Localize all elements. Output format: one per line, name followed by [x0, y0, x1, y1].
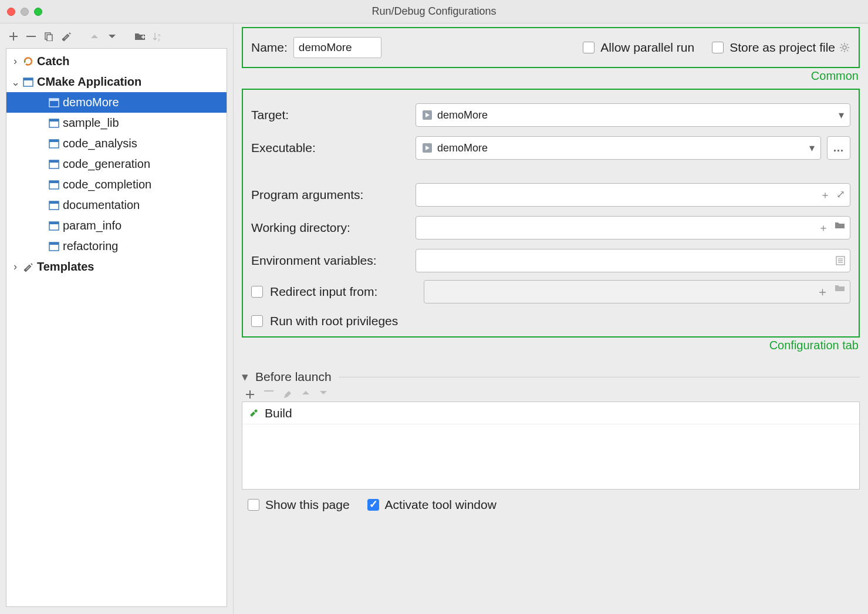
- config-tree[interactable]: › Catch ⌄ CMake Application demoMore sam…: [6, 48, 227, 607]
- before-launch-toolbar: [242, 387, 860, 402]
- expand-icon[interactable]: ⤢: [836, 188, 845, 202]
- browse-folder-icon: [835, 284, 845, 300]
- tree-label: sample_lib: [63, 116, 119, 130]
- run-target-icon: [422, 143, 433, 153]
- tree-item-param-info[interactable]: param_info: [6, 215, 227, 236]
- svg-rect-1: [47, 35, 52, 41]
- application-icon: [49, 221, 59, 231]
- show-page-checkbox[interactable]: [248, 499, 259, 511]
- tree-item-demoMore[interactable]: demoMore: [6, 92, 227, 113]
- svg-rect-6: [23, 78, 33, 80]
- move-down-button[interactable]: [106, 30, 119, 43]
- common-panel: Name: Allow parallel run Store as projec…: [242, 27, 860, 68]
- insert-macro-icon[interactable]: ＋: [820, 188, 830, 202]
- tree-item-documentation[interactable]: documentation: [6, 195, 227, 215]
- store-project-checkbox[interactable]: [712, 42, 724, 53]
- add-task-button[interactable]: [245, 390, 255, 399]
- redirect-checkbox[interactable]: [251, 286, 263, 298]
- run-target-icon: [422, 110, 433, 120]
- tree-label: documentation: [63, 198, 140, 212]
- allow-parallel-checkbox[interactable]: [583, 42, 595, 53]
- browse-folder-icon[interactable]: [835, 221, 845, 235]
- tree-item-code-completion[interactable]: code_completion: [6, 174, 227, 195]
- svg-text:z: z: [158, 37, 160, 42]
- target-label: Target:: [251, 108, 416, 122]
- move-up-button[interactable]: [88, 30, 101, 43]
- sort-button[interactable]: az: [151, 30, 164, 43]
- activate-tool-window-label: Activate tool window: [385, 498, 497, 512]
- allow-parallel-label: Allow parallel run: [600, 41, 694, 55]
- application-icon: [49, 180, 59, 190]
- args-label: Program arguments:: [251, 188, 416, 202]
- args-input[interactable]: ＋ ⤢: [416, 183, 850, 207]
- common-caption: Common: [242, 69, 859, 83]
- remove-task-button[interactable]: [264, 390, 273, 399]
- edit-task-button[interactable]: [283, 390, 292, 399]
- sidebar-toolbar: az: [6, 27, 227, 48]
- before-launch-item-build[interactable]: Build: [242, 402, 859, 424]
- svg-point-24: [843, 46, 846, 49]
- tree-label: param_info: [63, 219, 121, 232]
- svg-rect-16: [49, 181, 59, 183]
- move-up-button[interactable]: [302, 390, 310, 399]
- tree-item-code-generation[interactable]: code_generation: [6, 154, 227, 174]
- tree-node-cmake-app[interactable]: ⌄ CMake Application: [6, 72, 227, 92]
- list-icon[interactable]: [836, 256, 845, 265]
- edit-templates-button[interactable]: [60, 30, 73, 43]
- copy-config-button[interactable]: [42, 30, 55, 43]
- svg-rect-12: [49, 140, 59, 142]
- tree-label: code_completion: [63, 178, 151, 191]
- executable-combo[interactable]: demoMore ▾: [416, 136, 821, 160]
- tree-node-catch[interactable]: › Catch: [6, 51, 227, 72]
- svg-rect-18: [49, 201, 59, 204]
- executable-browse-button[interactable]: ...: [827, 136, 850, 160]
- svg-rect-10: [49, 119, 59, 122]
- folder-button[interactable]: [134, 30, 147, 43]
- window-title: Run/Debug Configurations: [0, 5, 868, 18]
- before-launch-header[interactable]: ▾ Before launch: [242, 370, 860, 384]
- application-icon: [23, 77, 33, 87]
- redirect-label: Redirect input from:: [270, 285, 423, 299]
- chevron-right-icon: ›: [11, 55, 19, 68]
- root-priv-checkbox[interactable]: [251, 315, 263, 327]
- env-input[interactable]: [416, 249, 850, 272]
- svg-rect-22: [49, 242, 59, 245]
- tree-label: code_generation: [63, 157, 150, 171]
- add-config-button[interactable]: [7, 30, 20, 43]
- before-launch-list[interactable]: Build: [242, 402, 860, 490]
- chevron-down-icon: ▾: [242, 370, 248, 384]
- tree-item-sample-lib[interactable]: sample_lib: [6, 113, 227, 133]
- svg-point-2: [62, 38, 65, 41]
- insert-macro-icon: ＋: [816, 284, 829, 300]
- config-form: Name: Allow parallel run Store as projec…: [234, 23, 868, 614]
- tree-label: code_analysis: [63, 137, 137, 150]
- tree-item-refactoring[interactable]: refactoring: [6, 236, 227, 257]
- chevron-down-icon: ▾: [839, 109, 844, 122]
- before-launch-item-label: Build: [265, 406, 292, 420]
- tree-label: Catch: [37, 55, 70, 68]
- env-label: Environment variables:: [251, 254, 416, 268]
- store-project-label: Store as project file: [729, 41, 835, 55]
- hammer-icon: [248, 408, 259, 419]
- before-launch-label: Before launch: [255, 370, 332, 384]
- chevron-down-icon: ▾: [809, 141, 815, 154]
- configurations-sidebar: az › Catch ⌄ CMake Application demoMore …: [0, 23, 234, 614]
- remove-config-button[interactable]: [25, 30, 38, 43]
- gear-icon[interactable]: [839, 42, 850, 53]
- move-down-button[interactable]: [319, 390, 327, 399]
- chevron-down-icon: ⌄: [11, 76, 19, 89]
- tree-node-templates[interactable]: › Templates: [6, 257, 227, 277]
- wd-input[interactable]: ＋: [416, 216, 850, 239]
- insert-macro-icon[interactable]: ＋: [818, 221, 829, 235]
- catch-icon: [23, 56, 33, 67]
- titlebar: Run/Debug Configurations: [0, 0, 868, 23]
- svg-rect-20: [49, 222, 59, 224]
- tree-label: Templates: [37, 260, 94, 274]
- activate-tool-window-checkbox[interactable]: [367, 499, 379, 511]
- configuration-panel: Target: demoMore ▾ Executable: demoMore …: [242, 89, 860, 338]
- target-combo[interactable]: demoMore ▾: [416, 103, 850, 127]
- name-input[interactable]: [293, 37, 381, 58]
- tree-item-code-analysis[interactable]: code_analysis: [6, 133, 227, 154]
- application-icon: [49, 242, 59, 251]
- tree-label: demoMore: [63, 96, 119, 109]
